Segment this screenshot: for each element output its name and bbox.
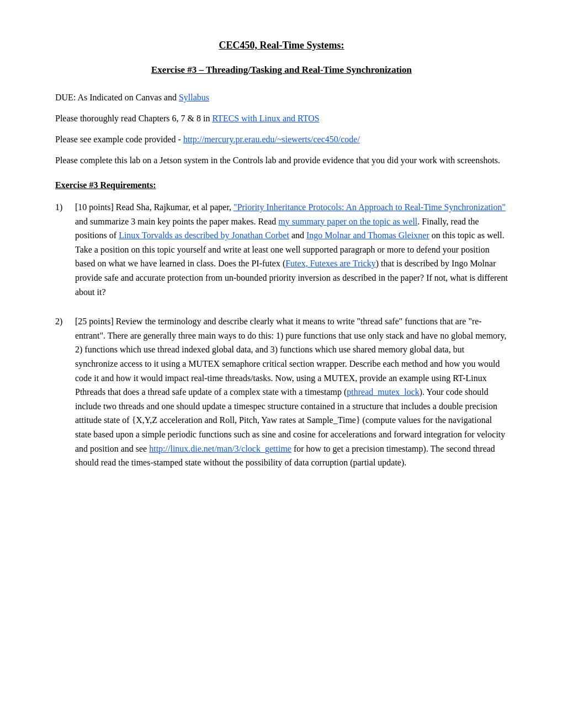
subtitle: Exercise #3 – Threading/Tasking and Real… <box>55 65 508 76</box>
linux-torvalds-link[interactable]: Linux Torvalds as described by Jonathan … <box>119 231 289 240</box>
pthread-mutex-link[interactable]: pthread_mutex_lock <box>347 387 419 397</box>
futex-link[interactable]: Futex, Futexes are Tricky <box>285 259 376 268</box>
item1-after-link1: and summarize 3 main key points the pape… <box>75 217 278 226</box>
main-title: CEC450, Real-Time Systems: <box>55 40 508 51</box>
requirements-heading: Exercise #3 Requirements: <box>55 180 508 190</box>
list-item: 1) [10 points] Read Sha, Rajkumar, et al… <box>55 200 508 299</box>
syllabus-link[interactable]: Syllabus <box>179 93 209 102</box>
due-prefix: DUE: As Indicated on Canvas and <box>55 93 179 102</box>
clock-gettime-link[interactable]: http://linux.die.net/man/3/clock_gettime <box>149 444 291 453</box>
requirements-list: 1) [10 points] Read Sha, Rajkumar, et al… <box>55 200 508 470</box>
list-body-2: [25 points] Review the terminology and d… <box>75 314 508 470</box>
jetson-text: Please complete this lab on a Jetson sys… <box>55 154 508 167</box>
example-code-line: Please see example code provided - http:… <box>55 133 508 146</box>
list-number-1: 1) <box>55 200 75 215</box>
item1-after-link3: and <box>289 231 306 240</box>
ingo-molnar-link[interactable]: Ingo Molnar and Thomas Gleixner <box>306 231 429 240</box>
item1-prefix: [10 points] Read Sha, Rajkumar, et al pa… <box>75 202 233 212</box>
read-chapters-prefix: Please thoroughly read Chapters 6, 7 & 8… <box>55 114 212 123</box>
list-body-1: [10 points] Read Sha, Rajkumar, et al pa… <box>75 200 508 299</box>
summary-paper-link[interactable]: my summary paper on the topic as well <box>278 217 417 226</box>
item2-prefix: [25 points] Review the terminology and d… <box>75 317 506 397</box>
example-code-link[interactable]: http://mercury.pr.erau.edu/~siewerts/cec… <box>183 135 360 144</box>
rtecs-link[interactable]: RTECS with Linux and RTOS <box>212 114 319 123</box>
due-line: DUE: As Indicated on Canvas and Syllabus <box>55 91 508 104</box>
example-code-prefix: Please see example code provided - <box>55 135 183 144</box>
page-container: CEC450, Real-Time Systems: Exercise #3 –… <box>0 0 563 728</box>
list-number-2: 2) <box>55 314 75 329</box>
priority-inheritance-link[interactable]: "Priority Inheritance Protocols: An Appr… <box>233 202 506 212</box>
list-item: 2) [25 points] Review the terminology an… <box>55 314 508 470</box>
read-chapters-line: Please thoroughly read Chapters 6, 7 & 8… <box>55 112 508 125</box>
